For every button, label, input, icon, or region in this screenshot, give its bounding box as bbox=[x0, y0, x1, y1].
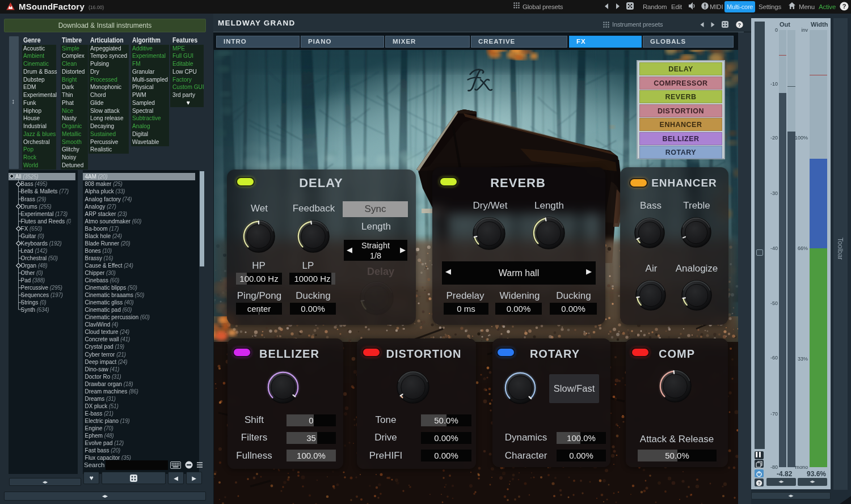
svg-text:?: ? bbox=[758, 481, 761, 486]
svg-text:?: ? bbox=[738, 22, 741, 28]
svg-text:?: ? bbox=[842, 3, 846, 10]
